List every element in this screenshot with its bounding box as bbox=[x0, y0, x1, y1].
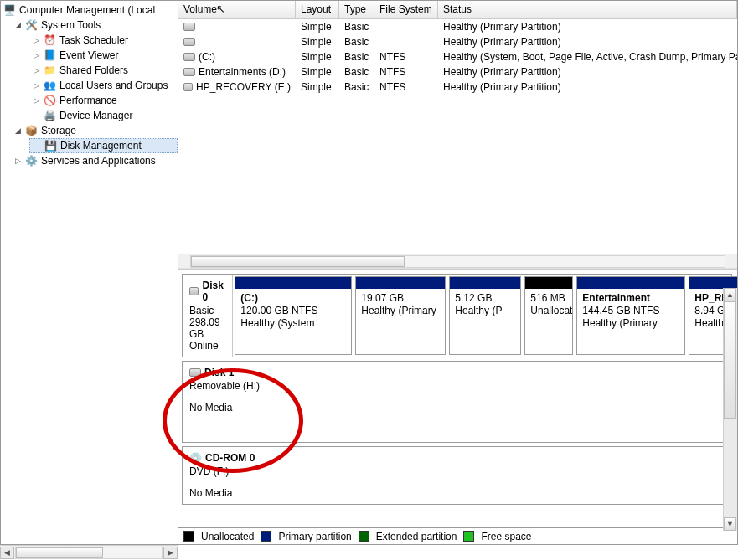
volume-row[interactable]: SimpleBasicHealthy (Primary Partition) bbox=[178, 19, 737, 34]
partition[interactable]: Entertainment144.45 GB NTFSHealthy (Prim… bbox=[576, 276, 685, 355]
col-volume[interactable]: Volume bbox=[178, 1, 296, 18]
expander-closed-icon[interactable]: ▷ bbox=[13, 156, 23, 166]
tree-system-tools[interactable]: ◢ 🛠️ System Tools bbox=[11, 18, 178, 33]
volume-layout: Simple bbox=[296, 80, 339, 94]
volume-type: Basic bbox=[339, 50, 374, 64]
tree-label: Computer Management (Local bbox=[19, 4, 155, 16]
storage-icon: 📦 bbox=[24, 124, 38, 137]
volume-fs bbox=[374, 41, 438, 43]
partition[interactable]: 516 MBUnallocated bbox=[524, 276, 573, 355]
tree-label: Device Manager bbox=[59, 110, 132, 121]
scroll-left-icon[interactable]: ◀ bbox=[0, 547, 14, 559]
volume-layout: Simple bbox=[296, 35, 339, 49]
tree-performance[interactable]: ▷ 🚫 Performance bbox=[29, 93, 178, 108]
disk-graphical-pane: Disk 0 Basic 298.09 GB Online (C:)120.00… bbox=[178, 269, 737, 544]
partition-status: Healthy (Primary bbox=[582, 317, 679, 330]
volume-status: Healthy (Primary Partition) bbox=[438, 35, 737, 49]
volume-status: Healthy (System, Boot, Page File, Active… bbox=[438, 50, 737, 64]
volume-fs: NTFS bbox=[374, 50, 438, 64]
legend-label: Unallocated bbox=[201, 531, 254, 542]
scroll-down-icon[interactable]: ▼ bbox=[724, 517, 736, 531]
tree-task-scheduler[interactable]: ▷ ⏰ Task Scheduler bbox=[29, 33, 178, 48]
partition-size: 144.45 GB NTFS bbox=[582, 305, 679, 317]
partition[interactable]: 5.12 GBHealthy (P bbox=[449, 276, 521, 355]
volume-type: Basic bbox=[339, 20, 374, 33]
legend-label: Extended partition bbox=[376, 531, 457, 542]
expander-closed-icon[interactable]: ▷ bbox=[31, 65, 41, 75]
volume-hscrollbar[interactable] bbox=[178, 254, 737, 268]
expander-open-icon[interactable]: ◢ bbox=[13, 126, 23, 136]
expander-closed-icon[interactable]: ▷ bbox=[31, 80, 41, 90]
removable-icon bbox=[189, 368, 201, 377]
computer-icon: 🖥️ bbox=[3, 3, 16, 17]
tree-label: Storage bbox=[41, 125, 76, 136]
disk-info: Disk 0 Basic 298.09 GB Online bbox=[183, 275, 233, 357]
disk-type: DVD (F:) bbox=[189, 465, 725, 477]
services-icon: ⚙️ bbox=[24, 154, 38, 167]
tree-shared-folders[interactable]: ▷ 📁 Shared Folders bbox=[29, 63, 178, 78]
scroll-right-icon[interactable]: ▶ bbox=[163, 547, 178, 559]
scroll-up-icon[interactable]: ▲ bbox=[724, 288, 736, 301]
tree-storage[interactable]: ◢ 📦 Storage bbox=[11, 123, 178, 138]
partition-bar bbox=[450, 277, 520, 289]
col-status[interactable]: Status bbox=[438, 1, 737, 18]
tree-local-users[interactable]: ▷ 👥 Local Users and Groups bbox=[29, 78, 178, 93]
tree-label: Local Users and Groups bbox=[59, 80, 168, 91]
partition-size: 5.12 GB bbox=[455, 292, 515, 305]
tree-device-manager[interactable]: 🖨️ Device Manager bbox=[29, 108, 178, 123]
disk-row-0[interactable]: Disk 0 Basic 298.09 GB Online (C:)120.00… bbox=[182, 274, 732, 357]
tools-icon: 🛠️ bbox=[24, 18, 38, 32]
tree-label: Task Scheduler bbox=[59, 34, 128, 46]
sidebar-hscrollbar[interactable]: ◀ ▶ bbox=[0, 545, 178, 559]
volume-type: Basic bbox=[339, 65, 374, 79]
col-filesystem[interactable]: File System bbox=[374, 1, 438, 18]
volume-fs: NTFS bbox=[374, 65, 438, 79]
volume-status: Healthy (Primary Partition) bbox=[438, 65, 737, 79]
content-pane: Volume Layout Type File System Status Si… bbox=[178, 1, 737, 544]
tree-disk-management[interactable]: 💾 Disk Management bbox=[29, 138, 178, 153]
col-type[interactable]: Type bbox=[339, 1, 374, 18]
volume-icon bbox=[183, 53, 195, 61]
partition[interactable]: (C:)120.00 GB NTFSHealthy (System bbox=[235, 276, 352, 355]
expander-closed-icon[interactable]: ▷ bbox=[31, 95, 41, 105]
expander-closed-icon[interactable]: ▷ bbox=[31, 50, 41, 60]
partition-name: (C:) bbox=[240, 292, 346, 305]
volume-list-pane: Volume Layout Type File System Status Si… bbox=[178, 1, 737, 269]
volume-row[interactable]: Entertainments (D:)SimpleBasicNTFSHealth… bbox=[178, 64, 737, 80]
clock-icon: ⏰ bbox=[43, 33, 56, 47]
partition-bar bbox=[356, 277, 445, 289]
partition[interactable]: 19.07 GBHealthy (Primary bbox=[355, 276, 446, 355]
legend-bar: Unallocated Primary partition Extended p… bbox=[178, 527, 737, 544]
expander-blank-icon bbox=[32, 141, 42, 151]
volume-type: Basic bbox=[339, 80, 374, 94]
tree-services-apps[interactable]: ▷ ⚙️ Services and Applications bbox=[11, 153, 178, 168]
disk-vscrollbar[interactable]: ▲ ▼ bbox=[723, 288, 737, 531]
cdrom-icon: 💿 bbox=[189, 452, 202, 464]
volume-icon bbox=[183, 23, 195, 31]
volume-row[interactable]: (C:)SimpleBasicNTFSHealthy (System, Boot… bbox=[178, 49, 737, 64]
disk-status: No Media bbox=[189, 487, 725, 499]
device-icon: 🖨️ bbox=[43, 109, 56, 122]
volume-header-row: Volume Layout Type File System Status bbox=[178, 1, 737, 19]
disk-icon: 💾 bbox=[44, 139, 57, 152]
volume-row[interactable]: SimpleBasicHealthy (Primary Partition) bbox=[178, 34, 737, 49]
tree-label: Services and Applications bbox=[41, 155, 156, 167]
disk-info: 💿CD-ROM 0 DVD (F:) No Media bbox=[183, 447, 731, 504]
disk-row-2[interactable]: 💿CD-ROM 0 DVD (F:) No Media bbox=[182, 446, 732, 505]
tree-root-computer-management[interactable]: 🖥️ Computer Management (Local bbox=[1, 3, 178, 18]
legend-label: Primary partition bbox=[278, 531, 351, 542]
volume-type: Basic bbox=[339, 35, 374, 49]
disk-info: Disk 1 Removable (H:) No Media bbox=[183, 362, 731, 442]
tree-event-viewer[interactable]: ▷ 📘 Event Viewer bbox=[29, 48, 178, 63]
disk-status: No Media bbox=[189, 402, 725, 414]
volume-row[interactable]: HP_RECOVERY (E:)SimpleBasicNTFSHealthy (… bbox=[178, 80, 737, 95]
expander-open-icon[interactable]: ◢ bbox=[13, 20, 23, 30]
tree-label: Performance bbox=[59, 95, 117, 106]
expander-closed-icon[interactable]: ▷ bbox=[31, 35, 41, 45]
col-layout[interactable]: Layout bbox=[296, 1, 339, 18]
volume-status: Healthy (Primary Partition) bbox=[438, 80, 737, 94]
tree-label: System Tools bbox=[41, 19, 101, 31]
disk-title: CD-ROM 0 bbox=[205, 452, 255, 464]
disk-row-1[interactable]: Disk 1 Removable (H:) No Media bbox=[182, 361, 732, 443]
volume-fs bbox=[374, 26, 438, 28]
